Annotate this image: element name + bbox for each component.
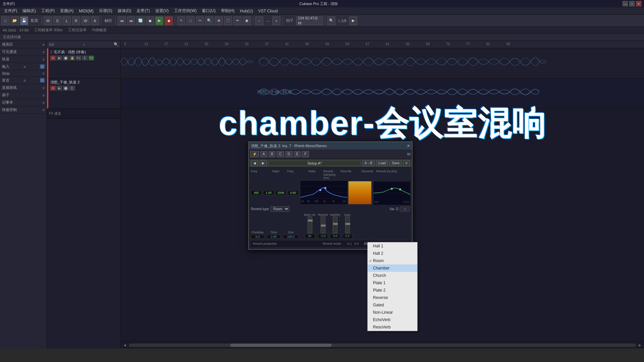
track1-lock[interactable]: 🔒 <box>69 56 75 60</box>
tb-bpm-display[interactable]: 134 01:47分钟 <box>296 16 323 25</box>
plugin-prev-preset[interactable]: ◀ <box>251 160 258 166</box>
tb-a[interactable]: A <box>91 16 99 25</box>
panel-send-btn[interactable]: □ <box>40 78 45 82</box>
dd-church[interactable]: Church <box>368 272 417 279</box>
dd-room[interactable]: Room <box>368 257 417 264</box>
tb-search[interactable]: 🔍 <box>327 16 335 25</box>
plugin-save-btn[interactable]: Save <box>389 160 402 166</box>
tb-tool6[interactable]: 🎵 <box>224 16 232 25</box>
tb-tool5[interactable]: ⊕ <box>215 16 223 25</box>
plugin-btn1[interactable]: A <box>260 151 267 157</box>
panel-direct-icon[interactable]: ≡ <box>43 86 45 90</box>
maximize-button[interactable]: □ <box>629 1 635 6</box>
plugin-menu[interactable]: ≡ <box>403 160 410 166</box>
panel-visible-icon[interactable]: ≡ <box>43 50 45 54</box>
reverb-type-select[interactable]: Room <box>270 206 289 212</box>
track1-fx[interactable]: FX <box>76 56 81 60</box>
panel-strip-icon[interactable]: ≡ <box>43 71 45 75</box>
dd-nonlinear[interactable]: Non-Linear <box>368 309 417 316</box>
tb-record[interactable]: ⏺ <box>165 16 173 25</box>
track2-play[interactable]: ▶ <box>57 86 62 90</box>
tb-tool3[interactable]: ✂ <box>196 16 204 25</box>
plugin-btn5[interactable]: E <box>294 151 301 157</box>
track1-version[interactable]: TV <box>89 56 94 60</box>
gain-slider[interactable] <box>345 217 350 233</box>
menu-score[interactable]: 乐谱(S) <box>96 7 115 14</box>
panel-quick-icon[interactable]: ≡ <box>43 108 45 112</box>
menu-project[interactable]: 工程(P) <box>39 7 57 14</box>
tb-tool7[interactable]: ✏ <box>233 16 241 25</box>
tb-tool4[interactable]: 🔍 <box>205 16 213 25</box>
tb-tool2[interactable]: □ <box>186 16 195 25</box>
scroll-right-btn[interactable]: ▶ <box>639 343 641 347</box>
menu-help[interactable]: 帮助(H) <box>218 7 237 14</box>
track2-rec[interactable]: ⬤ <box>63 86 68 90</box>
plugin-setup-dropdown[interactable]: Setup A* <box>268 161 361 166</box>
tb-r[interactable]: R <box>72 16 80 25</box>
panel-notes-icon[interactable]: ≡ <box>43 101 45 105</box>
dd-hall1[interactable]: Hall 1 <box>368 242 417 250</box>
plugin-power[interactable]: ⚡ <box>250 151 259 157</box>
scroll-track[interactable] <box>129 344 636 347</box>
plugin-next-preset[interactable]: ▶ <box>260 160 267 166</box>
tb-stop[interactable]: ⏹ <box>146 16 154 25</box>
tb-plus[interactable]: + <box>272 16 280 25</box>
scroll-left-btn[interactable]: ◀ <box>123 343 126 347</box>
track2-mute[interactable]: M <box>50 86 56 90</box>
menu-vstcloud[interactable]: VST Cloud <box>256 8 280 14</box>
wetdry-slider[interactable] <box>333 217 337 233</box>
menu-audio[interactable]: 音频(A) <box>57 7 76 14</box>
scroll-thumb[interactable] <box>230 344 331 347</box>
plugin-ab-btn[interactable]: A→B <box>362 160 375 166</box>
plugin-btn6[interactable]: F <box>302 151 309 157</box>
plugin-btn3[interactable]: C <box>277 151 284 157</box>
dd-plate1[interactable]: Plate 1 <box>368 279 417 287</box>
dd-chamber[interactable]: Chamber <box>368 264 417 272</box>
menu-workspace[interactable]: 工作空间(W) <box>171 7 199 14</box>
tb-ff[interactable]: ⏭ <box>127 16 135 25</box>
plugin-load-btn[interactable]: Load <box>376 160 388 166</box>
plugin-btn2[interactable]: B <box>269 151 276 157</box>
track1-rec[interactable]: ⬤ <box>63 56 68 60</box>
dd-hall2[interactable]: Hall 2 <box>368 250 417 257</box>
tb-l[interactable]: L <box>63 16 71 25</box>
tb-w[interactable]: W <box>82 16 90 25</box>
panel-send-icon[interactable]: ≡ <box>23 78 25 82</box>
plugin-close-btn[interactable]: ✕ <box>407 144 410 148</box>
dd-gated[interactable]: Gated <box>368 301 417 309</box>
tb-open[interactable]: 📂 <box>11 16 19 25</box>
tb-rewind[interactable]: ⏮ <box>118 16 126 25</box>
menu-file[interactable]: 文件(F) <box>1 7 20 14</box>
menu-transport[interactable]: 走带(T) <box>134 7 152 14</box>
tb-save[interactable]: 💾 <box>20 16 28 25</box>
tb-tool8[interactable]: ◉ <box>243 16 251 25</box>
minimize-button[interactable]: — <box>623 1 628 6</box>
dd-resoverb[interactable]: ResoVerb <box>368 323 417 331</box>
track-search-icon[interactable]: 🔍 <box>114 42 118 47</box>
dd-plate2[interactable]: Plate 2 <box>368 287 417 294</box>
tb-new[interactable]: □ <box>1 16 9 25</box>
menu-window[interactable]: 窗口(U) <box>199 7 218 14</box>
panel-insert-icon[interactable]: ≡ <box>43 93 45 97</box>
track2-e[interactable]: E <box>69 86 75 90</box>
reverb-slider[interactable] <box>321 217 325 233</box>
track1-play[interactable]: ▶ <box>57 56 62 60</box>
panel-input-icon[interactable]: ≡ <box>23 65 25 69</box>
tb-cycle[interactable]: 🔄 <box>137 16 145 25</box>
track1-mute[interactable]: M <box>50 56 56 60</box>
early-ref-slider[interactable] <box>308 217 312 233</box>
close-button[interactable]: ✕ <box>636 1 641 6</box>
menu-settings[interactable]: 设置(V) <box>153 7 171 14</box>
tb-tool1[interactable]: ↖ <box>177 16 185 25</box>
tb-s[interactable]: S <box>53 16 61 25</box>
tb-snap-right[interactable]: ▶ <box>349 16 357 25</box>
tb-m[interactable]: M <box>44 16 52 25</box>
panel-view-icon[interactable]: ≡ <box>43 43 45 47</box>
panel-track-icon[interactable]: ≡ <box>43 57 45 61</box>
panel-input-btn[interactable]: □ <box>40 64 45 69</box>
menu-midi[interactable]: MIDI(M) <box>76 8 96 14</box>
track1-e[interactable]: E <box>82 56 88 60</box>
plugin-btn4[interactable]: D <box>285 151 292 157</box>
menu-hub[interactable]: Hub(U) <box>237 8 256 14</box>
track-add-btn[interactable]: + <box>83 43 85 47</box>
